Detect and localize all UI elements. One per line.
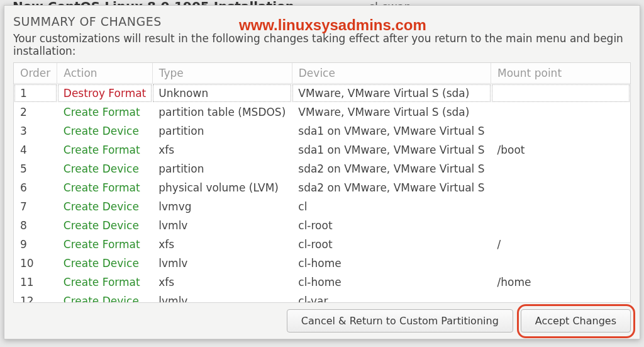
table-row[interactable]: 12Create Devicelvmlvcl-var xyxy=(14,292,630,303)
cell-action: Create Device xyxy=(57,216,152,235)
cell-device: sda2 on VMware, VMware Virtual S xyxy=(292,178,491,197)
cell-order: 11 xyxy=(14,273,57,292)
cell-mount: /boot xyxy=(491,140,631,159)
header-action[interactable]: Action xyxy=(57,63,152,84)
cell-type: xfs xyxy=(152,140,292,159)
cell-mount xyxy=(491,216,631,235)
cell-action: Create Format xyxy=(57,103,152,122)
cell-order: 5 xyxy=(14,159,57,178)
cell-action: Create Format xyxy=(57,140,152,159)
cell-mount xyxy=(491,292,631,303)
cell-device: sda2 on VMware, VMware Virtual S xyxy=(292,159,491,178)
table-row[interactable]: 7Create Devicelvmvgcl xyxy=(14,197,630,216)
cell-type: physical volume (LVM) xyxy=(152,178,292,197)
cell-order: 4 xyxy=(14,140,57,159)
cell-device: cl-home xyxy=(292,273,491,292)
cell-type: lvmvg xyxy=(152,197,292,216)
summary-of-changes-dialog: SUMMARY OF CHANGES Your customizations w… xyxy=(4,5,640,339)
table-row[interactable]: 11Create Formatxfscl-home/home xyxy=(14,273,630,292)
cell-type: partition xyxy=(152,122,292,140)
cell-order: 9 xyxy=(14,235,57,254)
cell-mount xyxy=(491,84,631,103)
watermark-text: www.linuxsysadmins.com xyxy=(239,16,426,34)
cell-type: Unknown xyxy=(152,84,292,103)
cell-action: Destroy Format xyxy=(57,84,152,103)
cell-device: VMware, VMware Virtual S (sda) xyxy=(292,103,491,122)
cell-device: VMware, VMware Virtual S (sda) xyxy=(292,84,491,103)
cell-mount xyxy=(491,122,631,140)
cell-mount xyxy=(491,178,631,197)
dialog-button-bar: Cancel & Return to Custom Partitioning A… xyxy=(13,303,631,333)
header-mount[interactable]: Mount point xyxy=(491,63,631,84)
cell-type: lvmlv xyxy=(152,292,292,303)
changes-table: Order Action Type Device Mount point 1De… xyxy=(14,63,630,303)
table-row[interactable]: 8Create Devicelvmlvcl-root xyxy=(14,216,630,235)
cell-mount: / xyxy=(491,235,631,254)
cell-device: sda1 on VMware, VMware Virtual S xyxy=(292,140,491,159)
table-row[interactable]: 3Create Devicepartitionsda1 on VMware, V… xyxy=(14,122,630,140)
cell-action: Create Device xyxy=(57,197,152,216)
cell-device: cl-home xyxy=(292,254,491,273)
cell-order: 2 xyxy=(14,103,57,122)
cell-order: 12 xyxy=(14,292,57,303)
cell-device: cl-var xyxy=(292,292,491,303)
cell-order: 6 xyxy=(14,178,57,197)
cell-order: 8 xyxy=(14,216,57,235)
cell-device: cl-root xyxy=(292,235,491,254)
cell-order: 3 xyxy=(14,122,57,140)
cell-action: Create Format xyxy=(57,273,152,292)
header-order[interactable]: Order xyxy=(14,63,57,84)
cell-mount xyxy=(491,103,631,122)
cell-order: 7 xyxy=(14,197,57,216)
cancel-button[interactable]: Cancel & Return to Custom Partitioning xyxy=(287,309,513,333)
cell-action: Create Device xyxy=(57,292,152,303)
table-row[interactable]: 4Create Formatxfssda1 on VMware, VMware … xyxy=(14,140,630,159)
cell-order: 10 xyxy=(14,254,57,273)
cell-type: partition table (MSDOS) xyxy=(152,103,292,122)
cell-action: Create Device xyxy=(57,159,152,178)
cell-action: Create Format xyxy=(57,235,152,254)
table-row[interactable]: 2Create Formatpartition table (MSDOS)VMw… xyxy=(14,103,630,122)
cell-mount: /home xyxy=(491,273,631,292)
header-device[interactable]: Device xyxy=(292,63,491,84)
cell-action: Create Device xyxy=(57,122,152,140)
dialog-description: Your customizations will result in the f… xyxy=(13,32,631,57)
cell-mount xyxy=(491,197,631,216)
table-row[interactable]: 1Destroy FormatUnknownVMware, VMware Vir… xyxy=(14,84,630,103)
cell-device: sda1 on VMware, VMware Virtual S xyxy=(292,122,491,140)
cell-type: xfs xyxy=(152,273,292,292)
cell-type: xfs xyxy=(152,235,292,254)
table-row[interactable]: 9Create Formatxfscl-root/ xyxy=(14,235,630,254)
table-row[interactable]: 6Create Formatphysical volume (LVM)sda2 … xyxy=(14,178,630,197)
cell-device: cl xyxy=(292,197,491,216)
cell-action: Create Device xyxy=(57,254,152,273)
cell-action: Create Format xyxy=(57,178,152,197)
cell-device: cl-root xyxy=(292,216,491,235)
cell-type: partition xyxy=(152,159,292,178)
cell-type: lvmlv xyxy=(152,254,292,273)
table-row[interactable]: 5Create Devicepartitionsda2 on VMware, V… xyxy=(14,159,630,178)
cell-order: 1 xyxy=(14,84,57,103)
cell-mount xyxy=(491,254,631,273)
table-row[interactable]: 10Create Devicelvmlvcl-home xyxy=(14,254,630,273)
changes-table-wrap[interactable]: Order Action Type Device Mount point 1De… xyxy=(13,62,631,303)
header-type[interactable]: Type xyxy=(152,63,292,84)
cell-type: lvmlv xyxy=(152,216,292,235)
cell-mount xyxy=(491,159,631,178)
accept-changes-button[interactable]: Accept Changes xyxy=(521,309,631,333)
table-header-row: Order Action Type Device Mount point xyxy=(14,63,630,84)
